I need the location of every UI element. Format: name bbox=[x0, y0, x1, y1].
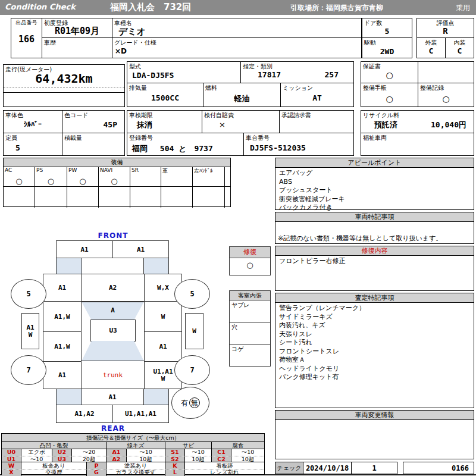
lot-number-label: 出品番号 bbox=[11, 19, 42, 27]
maintenance-record-mark: ○ bbox=[418, 94, 474, 104]
chassis-number-value: DJ5FS-512035 bbox=[250, 143, 306, 152]
class-number-1: 17817 bbox=[258, 70, 281, 79]
assessment-item: シート汚れ bbox=[279, 339, 470, 347]
fuel-value: 軽油 bbox=[203, 93, 280, 104]
rear-door-left: A1,W bbox=[43, 331, 82, 362]
warranty-label: 保証書 bbox=[363, 62, 381, 71]
inspection-label: 車検期限 bbox=[129, 111, 153, 120]
grade-cell: グレード・仕様 ×D bbox=[112, 37, 362, 58]
check-label: チェック bbox=[275, 464, 303, 472]
rear-fender-left: A1 bbox=[43, 361, 82, 389]
wheel-front-left: 5 bbox=[11, 279, 46, 309]
pickup-location: 引取場所：福岡県古賀市青柳 bbox=[290, 3, 383, 13]
cowl-strip bbox=[56, 258, 169, 274]
equipment-cell-ac: AC ○ bbox=[4, 167, 35, 186]
color-code-value: 45P bbox=[104, 120, 117, 129]
appeal-points-panel: アピールポイント エアバッグ ABS プッシュスタート 衝突被害軽減ブレーキ バ… bbox=[275, 158, 474, 210]
class-cell: 指定・類別 17817 257 bbox=[240, 61, 354, 83]
score-box: 評価点 R 外装 C 内装 C bbox=[416, 18, 474, 58]
check-number: 0166 bbox=[452, 464, 469, 472]
rear-panel-strip: A1 bbox=[56, 389, 169, 405]
cabin-row-hole: 穴 bbox=[230, 322, 270, 345]
chassis-number-label: 車台番号 bbox=[246, 134, 270, 142]
appeal-points-body: エアバッグ ABS プッシュスタート 衝突被害軽減ブレーキ バックカメラ付き bbox=[275, 168, 474, 214]
color-code-cell: 色コード 45P bbox=[62, 110, 125, 133]
approval-label: 承認請求書 bbox=[281, 111, 311, 120]
spare-yes-label: 有 bbox=[181, 398, 189, 408]
vehicle-notes-disclaimer: ※記載のない書類・機器等は無しとして取り扱います。 bbox=[278, 234, 471, 243]
assessment-item: 警告ランプ（レンチマーク） bbox=[279, 304, 470, 313]
spare-tire-indicator: 有無 bbox=[171, 387, 209, 419]
mileage-divider-solid bbox=[4, 92, 124, 93]
assessment-item: フロントシートスレ bbox=[279, 347, 470, 356]
insurance-label: 検付自賠責 bbox=[204, 111, 234, 120]
fuel-cell: 燃料 軽油 bbox=[203, 83, 281, 107]
trunk-label: trunk bbox=[103, 371, 123, 379]
welfare-cell: 福祉車両 bbox=[361, 133, 474, 156]
rear-window bbox=[82, 341, 144, 361]
assessment-notes-panel: 査定特記事項 警告ランプ（レンチマーク） サイドミラーキズ 内装汚れ、キズ 天張… bbox=[275, 293, 474, 408]
load-label: 積載量 bbox=[64, 134, 82, 142]
registration-number-label: 登録番号 bbox=[129, 134, 153, 142]
check-number-cell: 0166 bbox=[403, 462, 474, 474]
check-date-cell: 2024/10/18 bbox=[303, 462, 352, 474]
model-cell: 車種名 デミオ bbox=[112, 18, 362, 38]
capacity-cell: 定員 5 bbox=[3, 133, 62, 156]
insurance-cell: 検付自賠責 × bbox=[202, 110, 280, 133]
legend-row-1: U0 エクボ U2 〜20 A1 〜10 S1 〜10 C1 〜10 bbox=[2, 449, 264, 456]
doors-cell: ドア数 5 bbox=[362, 18, 412, 38]
equipment-cell-pw: PW ○ bbox=[67, 167, 99, 186]
repair-detail-title: 修復内容 bbox=[275, 246, 474, 256]
change-info-title: 車両変更情報 bbox=[275, 411, 474, 420]
transmission-label: ミッション bbox=[283, 84, 313, 92]
load-cell: 積載量 bbox=[62, 133, 125, 156]
equipment-cell-lhd: 左ﾊﾝﾄﾞﾙ bbox=[193, 167, 225, 186]
rear-panel-mark: A1 bbox=[108, 393, 116, 401]
class-label: 指定・類別 bbox=[243, 62, 273, 71]
displacement-label: 排気量 bbox=[129, 84, 147, 92]
chassis-number-cell: 車台番号 DJ5FS-512035 bbox=[243, 133, 354, 156]
equipment-empty-row bbox=[4, 186, 230, 208]
type-cell: 型式 LDA-DJ5FS bbox=[127, 61, 241, 83]
cabin-row-tear: ヤブレ bbox=[230, 300, 270, 322]
cowl-shade-left bbox=[57, 258, 82, 274]
assessment-item: 荷物室Ａ bbox=[279, 356, 470, 365]
right-rocker: W bbox=[185, 313, 203, 349]
vehicle-notes-panel: 車両特記事項 ※記載のない書類・機器等は無しとして取り扱います。 bbox=[275, 212, 474, 244]
assessment-item: パンク修理キット有 bbox=[279, 373, 470, 382]
warranty-blank-cell bbox=[418, 61, 474, 83]
inspection-value: 抹消 bbox=[137, 120, 152, 130]
check-count: 1 bbox=[352, 464, 397, 472]
doors-label: ドア数 bbox=[364, 19, 382, 27]
first-registration-cell: 初度登録 R01年09月 bbox=[42, 18, 112, 38]
repair-detail-body: フロントピラー右修正 bbox=[275, 256, 474, 267]
vehicle-notes-title: 車両特記事項 bbox=[275, 212, 474, 222]
auction-sheet: Condition Check 福岡入札会 732回 引取場所：福岡県古賀市青柳… bbox=[0, 0, 476, 476]
recycle-fee-cell: リサイクル料 預託済 10,040円 bbox=[361, 110, 474, 133]
approval-cell: 承認請求書 bbox=[279, 110, 354, 133]
grade-label: グレード・仕様 bbox=[114, 39, 156, 47]
repair-mark: ○ bbox=[230, 258, 270, 270]
recycle-status: 預託済 bbox=[374, 120, 397, 130]
front-door-right: W bbox=[144, 301, 182, 332]
drive-cell: 駆動 2WD bbox=[362, 37, 412, 58]
rear-shade-right bbox=[143, 389, 168, 405]
appeal-item: バックカメラ付き bbox=[279, 203, 470, 212]
fuel-label: 燃料 bbox=[205, 84, 217, 92]
repair-item: フロントピラー右修正 bbox=[279, 257, 470, 266]
equipment-table: 装備 AC ○ PS ○ PW ○ NAVI ○ SR 革 左ﾊﾝﾄﾞﾙ bbox=[3, 158, 231, 207]
appeal-item: 衝突被害軽減ブレーキ bbox=[279, 195, 470, 204]
model-value: デミオ bbox=[118, 26, 146, 37]
registration-number-cell: 登録番号 福岡 504 と 9737 bbox=[127, 133, 244, 156]
recycle-fee-value: 10,040円 bbox=[431, 120, 466, 130]
appeal-item: ABS bbox=[279, 178, 470, 187]
legend-row-2: U1 〜10 U3 20超 A2 10超 S2 10超 C2 10超 bbox=[2, 456, 264, 462]
windshield-mark: A bbox=[82, 306, 144, 314]
repair-detail-panel: 修復内容 フロントピラー右修正 bbox=[275, 246, 474, 291]
rear-shade-left bbox=[57, 389, 82, 405]
mileage-divider-dashed bbox=[4, 87, 124, 87]
body-color-label: 車体色 bbox=[5, 111, 23, 120]
equipment-title: 装備 bbox=[4, 158, 230, 167]
check-count-cell: 1 bbox=[351, 462, 397, 474]
exterior-label: 外装 bbox=[417, 39, 445, 47]
